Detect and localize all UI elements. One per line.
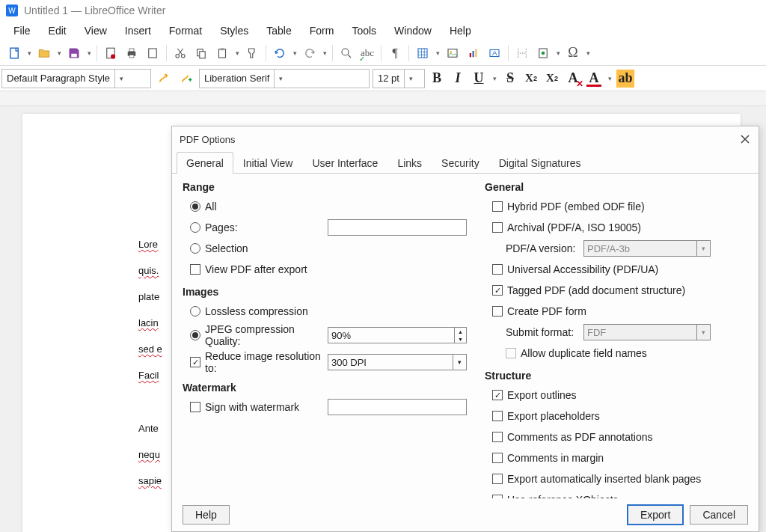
strikethrough-button[interactable]: S [501, 70, 519, 88]
svg-point-8 [176, 54, 180, 58]
copy-icon[interactable] [192, 43, 211, 63]
svg-point-9 [182, 54, 186, 58]
hybrid-pdf-checkbox[interactable] [492, 201, 503, 212]
special-char-icon[interactable]: Ω [563, 43, 583, 63]
spellcheck-icon[interactable]: abc✓ [358, 43, 377, 63]
special-char-dropdown[interactable]: ▾ [584, 49, 592, 57]
menu-view[interactable]: View [76, 22, 116, 40]
print-preview-icon[interactable] [143, 43, 162, 63]
menu-help[interactable]: Help [441, 22, 480, 40]
tab-digital-signatures[interactable]: Digital Signatures [489, 152, 591, 174]
textbox-icon[interactable]: A [485, 43, 504, 63]
chart-icon[interactable] [464, 43, 483, 63]
spinner-up[interactable]: ▲ [455, 328, 466, 335]
reduce-resolution-checkbox[interactable] [190, 357, 200, 367]
underline-button[interactable]: U [470, 70, 488, 88]
highlight-button[interactable]: ab [616, 70, 634, 88]
open-icon[interactable] [34, 43, 54, 63]
font-color-dropdown[interactable]: ▾ [606, 75, 613, 82]
undo-dropdown[interactable]: ▾ [291, 49, 298, 57]
menu-tools[interactable]: Tools [343, 22, 385, 40]
range-pages-input[interactable] [328, 219, 467, 236]
view-after-export-checkbox[interactable] [190, 264, 200, 275]
open-dropdown[interactable]: ▾ [55, 49, 63, 57]
export-outlines-checkbox[interactable] [492, 390, 503, 400]
help-button[interactable]: Help [183, 505, 230, 525]
new-style-icon[interactable] [177, 69, 196, 88]
find-replace-icon[interactable] [337, 43, 356, 63]
menu-edit[interactable]: Edit [40, 22, 76, 40]
save-dropdown[interactable]: ▾ [85, 49, 93, 57]
save-icon[interactable] [64, 43, 84, 63]
comments-annotations-checkbox[interactable] [492, 432, 503, 442]
tab-links[interactable]: Links [387, 152, 432, 174]
export-placeholders-checkbox[interactable] [492, 411, 503, 421]
menu-styles[interactable]: Styles [211, 22, 257, 40]
watermark-checkbox[interactable] [190, 402, 200, 412]
universal-accessibility-checkbox[interactable] [492, 264, 503, 275]
tab-user-interface[interactable]: User Interface [302, 152, 387, 174]
chevron-down-icon[interactable]: ▾ [453, 355, 466, 370]
jpeg-radio[interactable] [190, 330, 200, 340]
font-color-button[interactable]: A [585, 70, 603, 88]
range-pages-radio[interactable] [190, 222, 200, 233]
range-selection-radio[interactable] [190, 243, 200, 254]
range-all-radio[interactable] [190, 201, 200, 212]
redo-dropdown[interactable]: ▾ [321, 49, 328, 57]
subscript-button[interactable]: X2 [543, 70, 561, 88]
menu-insert[interactable]: Insert [116, 22, 160, 40]
lossless-radio[interactable] [190, 306, 200, 317]
undo-icon[interactable] [270, 43, 289, 63]
dialog-left-column: Range All Pages: Selection View PDF afte… [183, 181, 467, 494]
menu-window[interactable]: Window [385, 22, 441, 40]
tab-initial-view[interactable]: Initial View [233, 152, 303, 174]
paragraph-style-combo[interactable]: Default Paragraph Style ▾ [1, 69, 151, 88]
nonprinting-icon[interactable]: ¶ [385, 43, 405, 63]
update-style-icon[interactable] [154, 69, 174, 88]
menu-format[interactable]: Format [160, 22, 211, 40]
export-button[interactable]: Export [627, 504, 684, 525]
table-icon[interactable] [413, 43, 432, 63]
archival-checkbox[interactable] [492, 222, 503, 233]
close-icon[interactable] [739, 133, 751, 145]
cancel-button[interactable]: Cancel [690, 505, 748, 525]
print-icon[interactable] [122, 43, 141, 63]
watermark-input[interactable] [328, 399, 467, 415]
clear-format-button[interactable]: A✕ [564, 70, 582, 88]
menu-file[interactable]: File [4, 22, 40, 40]
export-pdf-icon[interactable] [101, 43, 120, 63]
font-name-combo[interactable]: Liberation Serif ▾ [199, 69, 370, 88]
page-break-icon[interactable] [512, 43, 532, 63]
spinner-down[interactable]: ▼ [455, 335, 466, 343]
new-dropdown[interactable]: ▾ [25, 49, 33, 57]
cut-icon[interactable] [171, 43, 190, 63]
font-size-combo[interactable]: 12 pt ▾ [373, 69, 425, 88]
tab-general[interactable]: General [177, 152, 233, 174]
tagged-pdf-checkbox[interactable] [492, 285, 503, 296]
redo-icon[interactable] [300, 43, 319, 63]
superscript-button[interactable]: X2 [522, 70, 540, 88]
resolution-select[interactable]: 300 DPI ▾ [328, 354, 467, 370]
paste-icon[interactable] [212, 43, 232, 63]
bold-button[interactable]: B [428, 70, 446, 88]
tab-security[interactable]: Security [432, 152, 489, 174]
menu-table[interactable]: Table [257, 22, 300, 40]
table-dropdown[interactable]: ▾ [434, 49, 441, 57]
field-icon[interactable] [533, 43, 553, 63]
chevron-down-icon[interactable]: ▾ [404, 70, 417, 88]
italic-button[interactable]: I [449, 70, 467, 88]
field-dropdown[interactable]: ▾ [554, 49, 562, 57]
new-icon[interactable] [4, 43, 24, 63]
chevron-down-icon[interactable]: ▾ [114, 70, 128, 88]
image-icon[interactable] [443, 43, 462, 63]
clone-format-icon[interactable] [242, 43, 262, 63]
auto-blank-pages-checkbox[interactable] [492, 474, 503, 484]
create-form-checkbox[interactable] [492, 306, 503, 317]
paste-dropdown[interactable]: ▾ [233, 49, 241, 57]
chevron-down-icon[interactable]: ▾ [274, 70, 287, 88]
menu-form[interactable]: Form [301, 22, 343, 40]
comments-margin-checkbox[interactable] [492, 453, 503, 463]
font-size-value: 12 pt [373, 73, 404, 84]
jpeg-quality-spinner[interactable]: 90% ▲▼ [328, 327, 467, 343]
underline-dropdown[interactable]: ▾ [491, 75, 498, 82]
